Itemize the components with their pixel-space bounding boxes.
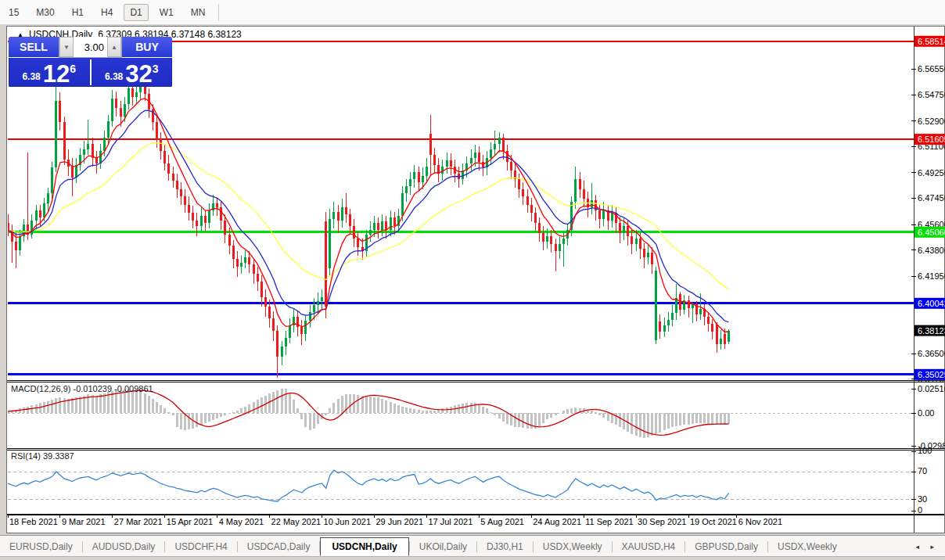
price-tick-label: 6.41950: [918, 271, 945, 281]
date-axis-label: 18 Feb 2021: [9, 517, 58, 526]
macd-indicator-label: MACD(12,26,9) -0.010239 -0.009861: [11, 384, 153, 393]
rsi-axis-label: 30: [918, 494, 927, 504]
rsi-axis-label: 100: [918, 446, 932, 455]
mt4-window: 15M30H1H4D1W1MN 6.565506.547506.529006.5…: [0, 0, 945, 560]
macd-axis: 0.0251080.00-0.029885: [911, 384, 945, 451]
volume-decrease-icon[interactable]: ▼: [59, 37, 74, 57]
date-axis-label: 11 Sep 2021: [585, 517, 634, 526]
chart-tab-audusd-daily[interactable]: AUDUSD,Daily: [83, 538, 165, 555]
chart-tab-dj30-h1[interactable]: DJ30,H1: [477, 538, 533, 555]
price-label-text: 6.51605: [918, 135, 945, 144]
ma-line-fast: [8, 99, 729, 332]
sell-price-quote[interactable]: 6.38 12 6: [9, 58, 90, 87]
sell-button[interactable]: SELL: [9, 37, 59, 58]
date-axis-label: 19 Oct 2021: [690, 517, 737, 526]
price-tick-label: 6.43800: [918, 246, 945, 255]
chart-tab-gbpusd-daily[interactable]: GBPUSD,Daily: [685, 538, 767, 555]
date-axis-label: 6 Nov 2021: [738, 517, 782, 526]
sell-price-prefix: 6.38: [22, 71, 40, 82]
price-label-text: 6.45060: [918, 228, 945, 237]
chart-tab-xauusd-h4[interactable]: XAUUSD,H4: [613, 538, 685, 555]
date-axis-label: 30 Sep 2021: [638, 517, 686, 526]
rsi-pane: [8, 470, 914, 501]
chart-tab-bar: EURUSD,DailyAUDUSD,DailyUSDCHF,H4USDCAD,…: [0, 535, 945, 557]
price-label-text: 6.58514: [918, 37, 945, 46]
date-axis-label: 27 Mar 2021: [114, 517, 163, 526]
date-axis-label: 17 Jul 2021: [428, 517, 472, 526]
date-axis-label: 29 Jun 2021: [375, 517, 423, 526]
buy-price-quote[interactable]: 6.38 32 3: [92, 58, 173, 87]
chart-tab-usdcad-daily[interactable]: USDCAD,Daily: [238, 538, 320, 555]
chart-tab-eurusd-daily[interactable]: EURUSD,Daily: [0, 538, 82, 555]
sell-price-big: 12: [43, 64, 70, 84]
date-axis-label: 4 May 2021: [219, 517, 264, 526]
sell-price-pip: 6: [70, 63, 76, 75]
price-tick-label: 6.49250: [918, 168, 945, 178]
macd-axis-label: 0.025108: [918, 384, 945, 393]
macd-pane: [8, 389, 914, 438]
price-label-text: 6.35025: [918, 370, 945, 379]
rsi-axis-label: 70: [918, 466, 927, 476]
tab-scroll-arrows[interactable]: ◂ ▸: [915, 543, 939, 551]
rsi-indicator-label: RSI(14) 39.3387: [11, 451, 74, 461]
moving-averages-layer: [8, 99, 729, 332]
volume-increase-icon[interactable]: ▲: [107, 37, 121, 57]
price-tick-label: 6.52900: [918, 117, 945, 126]
price-axis: 6.565506.547506.529006.511006.492506.474…: [911, 36, 945, 384]
chart-tab-usdx-weekly[interactable]: USDX,Weekly: [768, 538, 846, 555]
price-label-text: 6.38123: [918, 326, 945, 336]
buy-price-prefix: 6.38: [105, 71, 123, 82]
status-strip: [0, 556, 945, 560]
date-axis-label: 5 Aug 2021: [480, 517, 524, 526]
volume-input[interactable]: 3.00: [74, 37, 107, 57]
date-axis-label: 10 Jun 2021: [324, 517, 372, 526]
volume-spinner: ▼ 3.00 ▲: [59, 37, 122, 58]
chart-tab-usdx-weekly[interactable]: USDX,Weekly: [534, 538, 612, 555]
buy-price-pip: 3: [153, 63, 159, 75]
date-axis: 18 Feb 20219 Mar 202127 Mar 202115 Apr 2…: [8, 515, 782, 527]
ma-line-mid: [8, 110, 729, 322]
date-axis-label: 9 Mar 2021: [62, 517, 106, 526]
price-label-text: 6.40042: [918, 299, 945, 308]
chart-tab-usdcnh-daily[interactable]: USDCNH,Daily: [320, 537, 408, 556]
candles-layer: [7, 77, 730, 378]
rsi-axis-label: 0: [918, 505, 922, 515]
price-tick-label: 6.54750: [918, 90, 945, 99]
rsi-line: [8, 470, 729, 501]
one-click-trading-panel: SELL ▼ 3.00 ▲ BUY 6.38 12 6 6.38 32 3: [9, 37, 172, 87]
price-tick-label: 6.47450: [918, 193, 945, 203]
date-axis-label: 24 Aug 2021: [533, 517, 581, 526]
macd-axis-label: 0.00: [918, 408, 934, 418]
date-axis-label: 15 Apr 2021: [167, 517, 213, 526]
chart-tab-usdchf-h4[interactable]: USDCHF,H4: [165, 538, 236, 555]
price-tick-label: 6.36500: [918, 349, 945, 358]
chart-tab-ukoil-daily[interactable]: UKOil,Daily: [410, 538, 476, 555]
buy-button[interactable]: BUY: [122, 37, 172, 58]
buy-price-big: 32: [125, 64, 152, 84]
price-tick-label: 6.56550: [918, 64, 945, 74]
date-axis-label: 22 May 2021: [271, 517, 322, 526]
